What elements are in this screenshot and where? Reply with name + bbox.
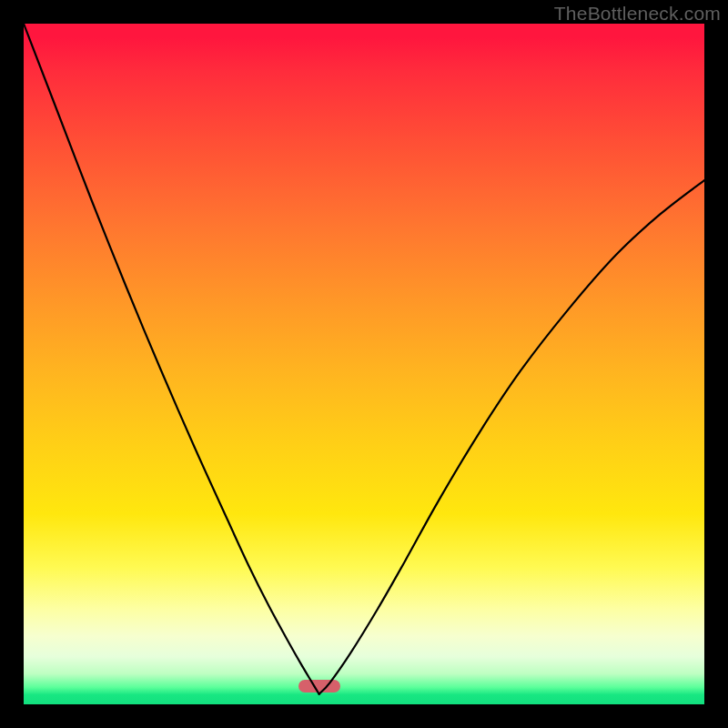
plot-area bbox=[24, 24, 704, 704]
chart-frame: TheBottleneck.com bbox=[0, 0, 728, 728]
curve-layer bbox=[24, 24, 704, 704]
watermark-text: TheBottleneck.com bbox=[554, 3, 721, 25]
curve-right-branch bbox=[319, 180, 704, 694]
curve-left-branch bbox=[24, 24, 319, 694]
